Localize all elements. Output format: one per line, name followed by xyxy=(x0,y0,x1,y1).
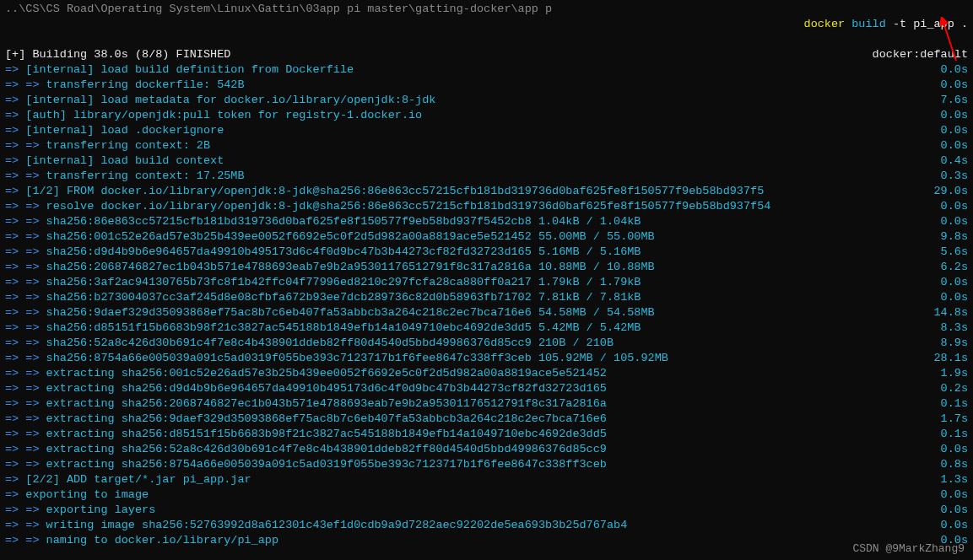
output-text: => [1/2] FROM docker.io/library/openjdk:… xyxy=(5,184,764,199)
step-time: 0.0s xyxy=(924,503,968,518)
output-text: => => sha256:86e863cc57215cfb181bd319736… xyxy=(5,214,641,229)
output-text: => => sha256:d9d4b9b6e964657da49910b4951… xyxy=(5,245,641,260)
step-text: naming to docker.io/library/pi_app xyxy=(40,534,279,547)
arrow-prefix: => => xyxy=(5,382,40,395)
step-text: sha256:8754a66e005039a091c5ad0319f055be3… xyxy=(40,352,668,364)
output-line: => => extracting sha256:9daef329d3509386… xyxy=(5,412,968,427)
step-text: sha256:d85151f15b6683b98f21c3827ac545188… xyxy=(40,321,641,334)
step-time: 0.0s xyxy=(924,275,968,290)
arrow-prefix: => => xyxy=(5,306,40,319)
output-text: => [2/2] ADD target/*.jar pi_app.jar xyxy=(5,472,251,487)
output-text: => => extracting sha256:001c52e26ad57e3b… xyxy=(5,366,607,381)
step-time: 9.8s xyxy=(924,229,968,245)
step-text: exporting layers xyxy=(40,503,156,516)
output-line: => => sha256:d9d4b9b6e964657da49910b4951… xyxy=(5,245,968,260)
step-text: exporting to image xyxy=(19,488,149,501)
arrow-prefix: => => xyxy=(5,200,40,213)
arrow-prefix: => => xyxy=(5,443,40,455)
output-line: => [2/2] ADD target/*.jar pi_app.jar1.3s xyxy=(5,472,968,487)
step-time: 0.0s xyxy=(924,290,968,305)
output-line: => => writing image sha256:52763992d8a61… xyxy=(5,518,968,533)
step-text: sha256:86e863cc57215cfb181bd319736d0baf6… xyxy=(40,215,641,228)
output-text: => => sha256:001c52e26ad57e3b25b439ee005… xyxy=(5,229,655,245)
output-line: => => naming to docker.io/library/pi_app… xyxy=(5,533,968,548)
step-time: 14.8s xyxy=(916,305,968,320)
output-line: => exporting to image0.0s xyxy=(5,487,968,503)
output-line: => [internal] load metadata for docker.i… xyxy=(5,93,968,108)
arrow-prefix: => => xyxy=(5,139,40,152)
output-line: => => sha256:001c52e26ad57e3b25b439ee005… xyxy=(5,229,968,245)
output-text: => => extracting sha256:d85151f15b6683b9… xyxy=(5,427,607,442)
arrow-prefix: => xyxy=(5,109,19,121)
output-line: => => sha256:9daef329d35093868ef75ac8b7c… xyxy=(5,305,968,320)
step-time: 0.0s xyxy=(924,62,968,78)
step-text: extracting sha256:9daef329d35093868ef75a… xyxy=(40,412,607,425)
output-line: => => sha256:8754a66e005039a091c5ad0319f… xyxy=(5,351,968,366)
step-time: 0.0s xyxy=(924,487,968,503)
output-line: => => extracting sha256:001c52e26ad57e3b… xyxy=(5,366,968,381)
step-time: 1.9s xyxy=(924,366,968,381)
step-time: 28.1s xyxy=(916,351,968,366)
output-text: => [internal] load build context xyxy=(5,153,224,169)
step-text: [auth] library/openjdk:pull token for re… xyxy=(19,109,422,121)
arrow-prefix: => => xyxy=(5,519,40,531)
command: docker build -t pi_app . xyxy=(770,2,968,47)
arrow-prefix: => => xyxy=(5,458,40,471)
output-line: => => sha256:3af2ac94130765b73fc8f1b42ff… xyxy=(5,275,968,290)
step-text: sha256:9daef329d35093868ef75ac8b7c6eb407… xyxy=(40,306,655,319)
step-time: 0.0s xyxy=(924,442,968,457)
arrow-prefix: => => xyxy=(5,397,40,410)
step-time: 1.3s xyxy=(924,472,968,487)
step-time: 0.0s xyxy=(924,518,968,533)
step-time: 7.6s xyxy=(924,93,968,108)
output-text: => => extracting sha256:8754a66e005039a0… xyxy=(5,457,607,472)
step-time: 0.4s xyxy=(924,153,968,169)
output-line: => => sha256:52a8c426d30b691c4f7e8c4b438… xyxy=(5,336,968,351)
arrow-prefix: => => xyxy=(5,428,40,440)
output-text: => [auth] library/openjdk:pull token for… xyxy=(5,108,422,123)
step-text: [internal] load build context xyxy=(19,154,224,167)
output-text: => => sha256:b273004037cc3af245d8e08cfbf… xyxy=(5,290,641,305)
output-line: => [internal] load .dockerignore0.0s xyxy=(5,123,968,138)
output-text: => => sha256:8754a66e005039a091c5ad0319f… xyxy=(5,351,668,366)
output-text: => => sha256:3af2ac94130765b73fc8f1b42ff… xyxy=(5,275,641,290)
prompt-line[interactable]: ..\CS\CS Road\Operating System\Linux\Gat… xyxy=(5,2,968,47)
arrow-prefix: => => xyxy=(5,367,40,380)
cmd-args: -t pi_app . xyxy=(886,18,968,30)
step-time: 29.0s xyxy=(916,184,968,199)
step-text: sha256:b273004037cc3af245d8e08cfbfa672b9… xyxy=(40,291,641,304)
step-time: 5.6s xyxy=(924,245,968,260)
step-text: sha256:52a8c426d30b691c4f7e8c4b438901dde… xyxy=(40,337,614,349)
step-time: 0.0s xyxy=(924,108,968,123)
output-line: => [1/2] FROM docker.io/library/openjdk:… xyxy=(5,184,968,199)
output-text: => => exporting layers xyxy=(5,503,155,518)
output-text: => [internal] load metadata for docker.i… xyxy=(5,93,435,108)
arrow-prefix: => => xyxy=(5,230,40,243)
output-line: => => sha256:b273004037cc3af245d8e08cfbf… xyxy=(5,290,968,305)
step-text: extracting sha256:d9d4b9b6e964657da49910… xyxy=(40,382,607,395)
output-line: => => transferring context: 17.25MB0.3s xyxy=(5,169,968,184)
cmd-docker: docker xyxy=(797,18,851,30)
step-time: 0.0s xyxy=(924,123,968,138)
output-text: => => naming to docker.io/library/pi_app xyxy=(5,533,278,548)
arrow-prefix: => => xyxy=(5,170,40,182)
output-text: => => sha256:d85151f15b6683b98f21c3827ac… xyxy=(5,320,641,336)
output-text: => => extracting sha256:52a8c426d30b691c… xyxy=(5,442,607,457)
step-time: 1.7s xyxy=(924,412,968,427)
arrow-prefix: => => xyxy=(5,503,40,516)
arrow-prefix: => => xyxy=(5,412,40,425)
arrow-prefix: => => xyxy=(5,291,40,304)
step-text: transferring context: 2B xyxy=(40,139,211,152)
output-text: => => sha256:2068746827ec1b043b571e47886… xyxy=(5,260,655,275)
step-text: sha256:2068746827ec1b043b571e4788693eab7… xyxy=(40,261,655,273)
step-text: writing image sha256:52763992d8a612301c4… xyxy=(40,519,628,531)
arrow-prefix: => => xyxy=(5,321,40,334)
output-line: => [internal] load build definition from… xyxy=(5,62,968,78)
output-line: => => exporting layers0.0s xyxy=(5,503,968,518)
arrow-prefix: => xyxy=(5,185,19,197)
output-text: => [internal] load .dockerignore xyxy=(5,123,224,138)
output-line: => => transferring context: 2B0.0s xyxy=(5,138,968,153)
arrow-prefix: => xyxy=(5,94,19,106)
output-line: => => extracting sha256:52a8c426d30b691c… xyxy=(5,442,968,457)
step-text: [2/2] ADD target/*.jar pi_app.jar xyxy=(19,473,251,486)
